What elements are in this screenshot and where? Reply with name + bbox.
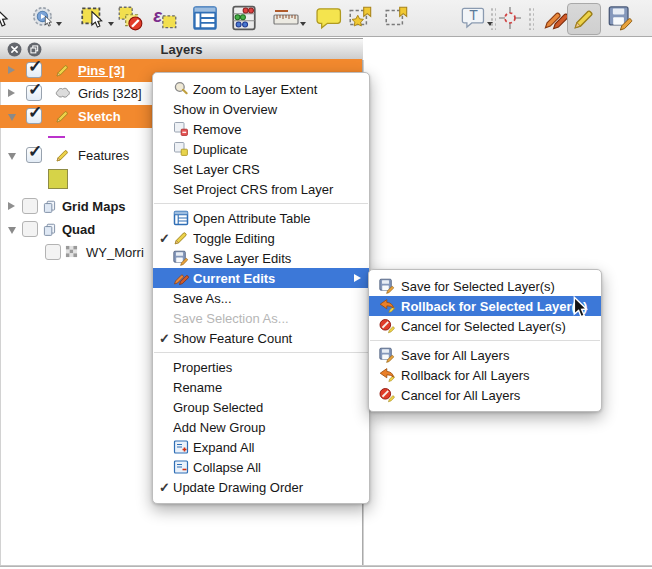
menu-item-show-feature-count[interactable]: Show Feature Count [153, 328, 369, 348]
measure-button[interactable] [266, 3, 306, 33]
menu-item-set-project-crs-from-layer[interactable]: Set Project CRS from Layer [153, 179, 369, 199]
menu-item-show-in-overview[interactable]: Show in Overview [153, 99, 369, 119]
editing-pencil-icon [55, 63, 70, 78]
panel-left-border [0, 60, 1, 566]
expand-arrow-icon[interactable] [8, 202, 15, 210]
save-edits-icon [379, 278, 395, 294]
toolbar-separator [527, 6, 534, 30]
attribute-table-icon [192, 5, 218, 31]
current-edits-submenu: Save for Selected Layer(s) Rollback for … [368, 269, 602, 412]
menu-item-zoom-to-layer-extent[interactable]: Zoom to Layer Extent [153, 79, 369, 99]
deselect-features-button[interactable] [115, 3, 145, 33]
toggle-editing-button[interactable] [567, 3, 601, 35]
layer-checkbox[interactable] [26, 62, 42, 78]
svg-text:ε: ε [153, 5, 162, 26]
checkmark-icon [159, 231, 173, 246]
menu-separator [154, 203, 368, 204]
open-attribute-table-button[interactable] [190, 3, 220, 33]
layers-panel-header: Layers [0, 38, 363, 61]
toolbar-separator [489, 6, 496, 30]
collapse-arrow-icon[interactable] [8, 114, 16, 121]
submenu-item-rollback-for-selected[interactable]: Rollback for Selected Layer(s) [369, 296, 601, 316]
layer-checkbox[interactable] [45, 244, 61, 260]
menu-item-set-layer-crs[interactable]: Set Layer CRS [153, 159, 369, 179]
crosshair-icon [497, 5, 523, 31]
main-toolbar: ε [0, 0, 652, 37]
new-bookmark-icon [347, 4, 375, 32]
expand-arrow-icon[interactable] [8, 89, 15, 97]
submenu-item-save-for-all[interactable]: Save for All Layers [369, 345, 601, 365]
show-bookmarks-button[interactable] [382, 3, 412, 33]
speech-bubble-icon [315, 4, 343, 32]
expand-arrow-icon[interactable] [8, 66, 15, 74]
attribute-table-icon [173, 210, 189, 226]
collapse-arrow-icon[interactable] [8, 153, 16, 160]
menu-item-collapse-all[interactable]: Collapse All [153, 457, 369, 477]
submenu-item-save-for-selected[interactable]: Save for Selected Layer(s) [369, 276, 601, 296]
menu-item-duplicate[interactable]: Duplicate [153, 139, 369, 159]
save-layer-edits-button[interactable] [605, 3, 637, 33]
select-features-button[interactable] [72, 3, 114, 33]
new-bookmark-button[interactable] [346, 3, 376, 33]
dropdown-arrow-icon[interactable] [300, 22, 306, 26]
save-edits-icon [379, 347, 395, 363]
menu-item-add-new-group[interactable]: Add New Group [153, 417, 369, 437]
remove-layer-icon [173, 121, 189, 137]
layer-checkbox[interactable] [26, 108, 42, 124]
collapse-arrow-icon[interactable] [8, 227, 16, 234]
pencil-icon [173, 230, 189, 246]
run-feature-action-button[interactable] [24, 3, 62, 33]
layer-context-menu: Zoom to Layer Extent Show in Overview Re… [152, 72, 370, 504]
zoom-extent-icon [173, 81, 189, 97]
map-tips-button[interactable] [314, 3, 344, 33]
layer-checkbox[interactable] [26, 85, 42, 101]
show-bookmarks-icon [383, 4, 411, 32]
window-bottom-edge [0, 565, 652, 567]
menu-item-toggle-editing[interactable]: Toggle Editing [153, 228, 369, 248]
gear-play-icon [30, 5, 57, 32]
statistical-summary-button[interactable] [228, 3, 260, 33]
close-panel-button[interactable] [7, 42, 22, 57]
menu-item-group-selected[interactable]: Group Selected [153, 397, 369, 417]
menu-item-save-layer-edits[interactable]: Save Layer Edits [153, 248, 369, 268]
menu-item-open-attribute-table[interactable]: Open Attribute Table [153, 208, 369, 228]
group-icon [43, 223, 56, 237]
snapping-options-button[interactable] [497, 3, 523, 33]
menu-separator [154, 352, 368, 353]
menu-item-expand-all[interactable]: Expand All [153, 437, 369, 457]
checkmark-icon [159, 331, 173, 346]
menu-item-properties[interactable]: Properties [153, 357, 369, 377]
pencils-icon [543, 5, 569, 31]
expand-all-icon [173, 439, 189, 455]
menu-item-remove[interactable]: Remove [153, 119, 369, 139]
cancel-edits-icon [379, 318, 395, 334]
editing-pencil-icon [55, 148, 70, 163]
menu-item-current-edits[interactable]: Current Edits [153, 268, 369, 288]
deselect-icon [116, 4, 144, 32]
menu-item-save-selection-as: Save Selection As... [153, 308, 369, 328]
rollback-icon [379, 367, 395, 383]
layer-checkbox[interactable] [26, 147, 42, 163]
menu-item-update-drawing-order[interactable]: Update Drawing Order [153, 477, 369, 497]
mouse-cursor [572, 296, 590, 320]
select-by-expression-button[interactable]: ε [149, 3, 181, 33]
text-annotation-button[interactable]: T [455, 3, 493, 33]
submenu-item-rollback-for-all[interactable]: Rollback for All Layers [369, 365, 601, 385]
group-checkbox[interactable] [22, 221, 38, 237]
menu-item-save-as[interactable]: Save As... [153, 288, 369, 308]
submenu-item-cancel-for-all[interactable]: Cancel for All Layers [369, 385, 601, 405]
submenu-item-cancel-for-selected[interactable]: Cancel for Selected Layer(s) [369, 316, 601, 336]
dropdown-arrow-icon[interactable] [56, 22, 62, 26]
menu-item-rename[interactable]: Rename [153, 377, 369, 397]
detach-panel-button[interactable] [27, 42, 42, 57]
raster-layer-icon [65, 245, 78, 258]
group-checkbox[interactable] [22, 198, 38, 214]
pencils-icon [173, 270, 189, 286]
dropdown-arrow-icon[interactable] [108, 22, 114, 26]
menu-separator [370, 340, 600, 341]
panel-title: Layers [0, 42, 363, 57]
save-edits-icon [608, 5, 634, 31]
qgis-window: ε [0, 0, 652, 569]
pencil-icon [572, 7, 596, 31]
editing-pencil-icon [55, 109, 70, 124]
